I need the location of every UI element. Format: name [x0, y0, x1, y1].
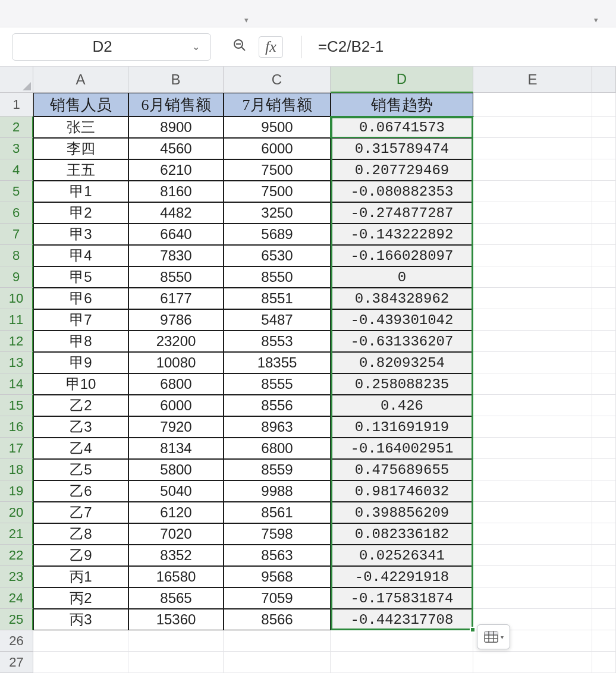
cell-extra-22[interactable]	[592, 545, 616, 566]
cell-C18[interactable]: 8559	[224, 459, 331, 480]
cell-A24[interactable]: 丙2	[33, 587, 128, 609]
row-header-11[interactable]: 11	[0, 309, 33, 331]
cell-E23[interactable]	[473, 566, 592, 587]
cell-A14[interactable]: 甲10	[33, 373, 128, 395]
cell-C13[interactable]: 18355	[224, 352, 331, 373]
cell-E7[interactable]	[473, 224, 592, 245]
cell-D16[interactable]: 0.131691919	[331, 416, 473, 438]
cell-B16[interactable]: 7920	[128, 416, 224, 438]
cell-D18[interactable]: 0.475689655	[331, 459, 473, 480]
cell-C14[interactable]: 8555	[224, 373, 331, 395]
cell-A2[interactable]: 张三	[33, 117, 128, 138]
cell-A4[interactable]: 王五	[33, 159, 128, 181]
cell-D19[interactable]: 0.981746032	[331, 480, 473, 502]
cell-extra-18[interactable]	[592, 459, 616, 480]
cell-B23[interactable]: 16580	[128, 566, 224, 587]
cell-B15[interactable]: 6000	[128, 395, 224, 416]
cell-B11[interactable]: 9786	[128, 309, 224, 331]
cell-extra-1[interactable]	[592, 93, 616, 117]
spreadsheet-grid[interactable]: ABCDE 1销售人员6月销售额7月销售额销售趋势2张三890095000.06…	[0, 67, 616, 673]
cell-extra-15[interactable]	[592, 395, 616, 416]
column-header-C[interactable]: C	[224, 67, 331, 93]
cell-A23[interactable]: 丙1	[33, 566, 128, 587]
cell-E2[interactable]	[473, 117, 592, 138]
cell-B27[interactable]	[128, 652, 224, 673]
cell-A3[interactable]: 李四	[33, 138, 128, 159]
row-header-27[interactable]: 27	[0, 652, 33, 673]
cell-E27[interactable]	[473, 652, 592, 673]
cell-E8[interactable]	[473, 245, 592, 266]
cell-B6[interactable]: 4482	[128, 202, 224, 224]
cell-E22[interactable]	[473, 545, 592, 566]
row-header-1[interactable]: 1	[0, 93, 33, 117]
cell-C5[interactable]: 7500	[224, 181, 331, 202]
cell-B22[interactable]: 8352	[128, 545, 224, 566]
cell-extra-3[interactable]	[592, 138, 616, 159]
row-header-26[interactable]: 26	[0, 630, 33, 652]
row-header-8[interactable]: 8	[0, 245, 33, 266]
row-header-17[interactable]: 17	[0, 438, 33, 459]
cell-extra-14[interactable]	[592, 373, 616, 395]
cell-B17[interactable]: 8134	[128, 438, 224, 459]
column-header-A[interactable]: A	[33, 67, 128, 93]
cell-extra-20[interactable]	[592, 502, 616, 523]
cell-A26[interactable]	[33, 630, 128, 652]
cell-A10[interactable]: 甲6	[33, 288, 128, 309]
cell-extra-12[interactable]	[592, 331, 616, 352]
column-header-D[interactable]: D	[331, 67, 473, 93]
cell-B13[interactable]: 10080	[128, 352, 224, 373]
cell-extra-26[interactable]	[592, 630, 616, 652]
row-header-22[interactable]: 22	[0, 545, 33, 566]
cell-extra-25[interactable]	[592, 609, 616, 630]
cell-C17[interactable]: 6800	[224, 438, 331, 459]
cell-B4[interactable]: 6210	[128, 159, 224, 181]
cell-A27[interactable]	[33, 652, 128, 673]
cell-B18[interactable]: 5800	[128, 459, 224, 480]
cell-C3[interactable]: 6000	[224, 138, 331, 159]
fx-button[interactable]: fx	[259, 36, 283, 58]
cell-A6[interactable]: 甲2	[33, 202, 128, 224]
cell-C2[interactable]: 9500	[224, 117, 331, 138]
row-header-7[interactable]: 7	[0, 224, 33, 245]
cell-E12[interactable]	[473, 331, 592, 352]
cell-C26[interactable]	[224, 630, 331, 652]
cell-extra-21[interactable]	[592, 523, 616, 545]
cell-B5[interactable]: 8160	[128, 181, 224, 202]
cell-B25[interactable]: 15360	[128, 609, 224, 630]
row-header-16[interactable]: 16	[0, 416, 33, 438]
cell-C20[interactable]: 8561	[224, 502, 331, 523]
cell-E10[interactable]	[473, 288, 592, 309]
cell-C4[interactable]: 7500	[224, 159, 331, 181]
cell-E11[interactable]	[473, 309, 592, 331]
chevron-down-icon[interactable]: ⌄	[192, 41, 200, 52]
cell-D27[interactable]	[331, 652, 473, 673]
column-header-E[interactable]: E	[473, 67, 592, 93]
cell-C12[interactable]: 8553	[224, 331, 331, 352]
row-header-3[interactable]: 3	[0, 138, 33, 159]
cell-E1[interactable]	[473, 93, 592, 117]
cell-C7[interactable]: 5689	[224, 224, 331, 245]
cell-extra-2[interactable]	[592, 117, 616, 138]
cell-D12[interactable]: -0.631336207	[331, 331, 473, 352]
row-header-21[interactable]: 21	[0, 523, 33, 545]
cell-B19[interactable]: 5040	[128, 480, 224, 502]
cell-D7[interactable]: -0.143222892	[331, 224, 473, 245]
cell-A11[interactable]: 甲7	[33, 309, 128, 331]
cell-B2[interactable]: 8900	[128, 117, 224, 138]
cell-extra-4[interactable]	[592, 159, 616, 181]
cell-extra-8[interactable]	[592, 245, 616, 266]
cell-D6[interactable]: -0.274877287	[331, 202, 473, 224]
cell-E20[interactable]	[473, 502, 592, 523]
cell-B3[interactable]: 4560	[128, 138, 224, 159]
cell-A18[interactable]: 乙5	[33, 459, 128, 480]
cell-C21[interactable]: 7598	[224, 523, 331, 545]
cell-extra-5[interactable]	[592, 181, 616, 202]
cell-D2[interactable]: 0.06741573	[331, 117, 473, 138]
row-header-25[interactable]: 25	[0, 609, 33, 630]
fill-handle[interactable]	[470, 627, 476, 633]
row-header-20[interactable]: 20	[0, 502, 33, 523]
cell-B24[interactable]: 8565	[128, 587, 224, 609]
row-header-4[interactable]: 4	[0, 159, 33, 181]
table-header-C[interactable]: 7月销售额	[224, 93, 331, 117]
cell-D24[interactable]: -0.175831874	[331, 587, 473, 609]
